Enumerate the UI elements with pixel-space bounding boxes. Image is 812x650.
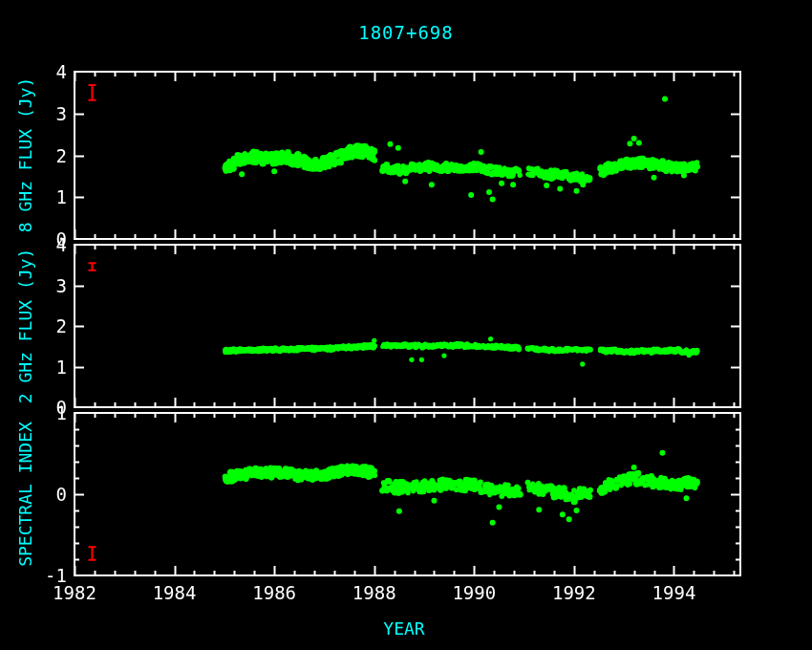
x-tick-label: 1984 (137, 582, 213, 603)
y-tick-label: 1 (0, 402, 67, 423)
y-tick-label: 3 (0, 275, 67, 296)
y-tick-label: 2 (0, 145, 67, 166)
y-tick-label: 4 (0, 61, 67, 82)
x-tick-label: 1988 (336, 582, 413, 603)
plot-title: 1807+698 (0, 23, 812, 42)
y-tick-label: 1 (0, 186, 67, 207)
x-tick-label: 1990 (436, 582, 512, 603)
y-tick-label: 2 (0, 315, 67, 336)
x-tick-label: 1986 (236, 582, 312, 603)
y-tick-label: 3 (0, 103, 67, 124)
y-tick-label: -1 (0, 565, 67, 586)
plot-figure: 1807+698 8 GHz FLUX (Jy) 2 GHz FLUX (Jy)… (0, 0, 812, 650)
y-tick-label: 4 (0, 234, 67, 255)
x-tick-label: 1992 (536, 582, 612, 603)
x-tick-label: 1994 (635, 582, 712, 603)
plot-canvas (0, 0, 812, 650)
x-axis-label-year: YEAR (261, 619, 547, 639)
y-tick-label: 0 (0, 484, 67, 505)
y-tick-label: 1 (0, 357, 67, 378)
